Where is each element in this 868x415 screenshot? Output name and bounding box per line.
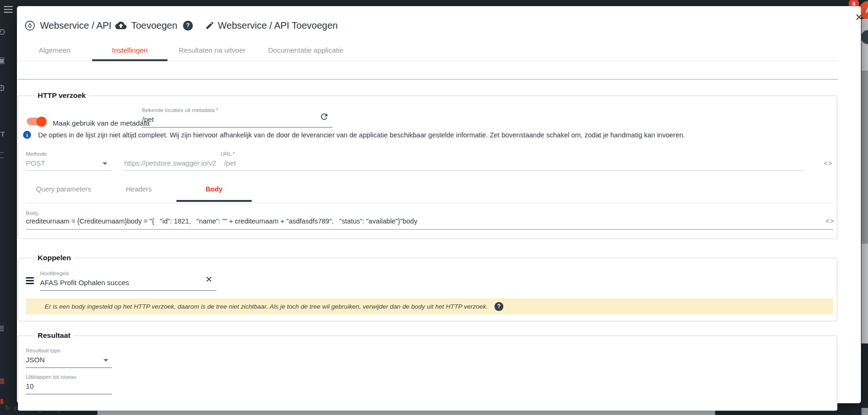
resultaat-type-select[interactable]: Resultaat type JSON	[26, 348, 112, 368]
menu-icon[interactable]	[4, 4, 13, 15]
http-verzoek-section: HTTP verzoek Maak gebruik van de metadat…	[18, 96, 837, 239]
uitklappen-value[interactable]: 10	[26, 383, 112, 394]
uitklappen-field[interactable]: Uitklappen tot niveau 10	[26, 374, 112, 394]
resultaat-type-value[interactable]: JSON	[26, 356, 112, 368]
clear-icon[interactable]: ✕	[203, 274, 215, 285]
resultaat-type-label: Resultaat type	[26, 348, 112, 353]
app-background: ⟲ ▣ ⚙ T ▢ ▤ ▦ ▮ 8 A ↻ run omgevingen Web…	[0, 0, 868, 415]
body-code-icon[interactable]: <>	[826, 217, 834, 225]
run-environments-icon: ↻	[5, 404, 11, 412]
toggle-knob	[37, 117, 47, 127]
url-value: /pet	[224, 160, 236, 167]
dialog-action-group: Toevoegen ?	[115, 19, 193, 32]
known-locations-field[interactable]: Bekende locaties uit metadata * /pet	[142, 107, 333, 128]
scrolled-field-underline	[18, 79, 838, 80]
metadata-toggle-label: Maak gebruik van de metadata	[53, 119, 150, 127]
sidebar-icon-fragment: ⟲	[0, 26, 5, 38]
sidebar-icon-fragment: ▮	[0, 397, 5, 405]
vertical-scrollbar-thumb[interactable]	[861, 71, 868, 244]
sidebar-icon-fragment: T	[0, 130, 6, 138]
edit-icon	[205, 21, 215, 30]
tab-resultaten-na-uitvoer[interactable]: Resultaten na uitvoer	[167, 40, 257, 61]
known-locations-value[interactable]: /pet	[142, 116, 333, 128]
tab-instellingen[interactable]: Instellingen	[92, 40, 167, 61]
cloud-upload-icon	[115, 20, 127, 31]
refresh-icon[interactable]	[319, 112, 329, 123]
avatar-letter: A	[866, 6, 868, 15]
hoofdregels-value[interactable]: AFAS Profit Ophalen succes	[40, 279, 216, 291]
body-value[interactable]: crediteurnaam = {Crediteurnaam}body = "{…	[26, 217, 417, 225]
warning-help-badge[interactable]: ?	[494, 302, 503, 311]
koppelen-section: Koppelen Hoofdregels AFAS Profit Ophalen…	[18, 258, 837, 321]
close-icon[interactable]: ✕	[852, 11, 866, 24]
dialog-subtitle-group: Webservice / API Toevoegen	[205, 19, 338, 32]
dialog-title-group: Webservice / API	[24, 19, 111, 32]
http-verzoek-legend: HTTP verzoek	[34, 91, 89, 100]
dialog-action-label: Toevoegen	[131, 20, 177, 31]
info-icon: i	[23, 131, 31, 139]
known-locations-label: Bekende locaties uit metadata *	[142, 107, 333, 113]
dialog-title: Webservice / API	[40, 20, 111, 31]
sidebar-icon-fragment: ▦	[0, 376, 4, 385]
tab-algemeen[interactable]: Algemeen	[17, 40, 92, 61]
hoofdregels-label: Hoofdregels	[40, 271, 216, 276]
method-label: Methode	[26, 151, 111, 157]
chevron-down-icon	[103, 162, 107, 165]
metadata-info-row: i De opties in de lijst zijn niet altijd…	[23, 131, 685, 139]
resultaat-legend: Resultaat	[34, 331, 74, 340]
sidebar-icon-fragment: ▢	[0, 150, 4, 159]
subtabs-divider	[26, 203, 833, 203]
subtab-body[interactable]: Body	[176, 178, 252, 200]
metadata-info-text: De opties in de lijst zijn niet altijd c…	[38, 131, 685, 139]
webservice-dialog: Webservice / API Toevoegen ? Webservice …	[17, 6, 861, 403]
resultaat-section: Resultaat Resultaat type JSON Uitklappen…	[18, 335, 837, 411]
koppelen-legend: Koppelen	[34, 254, 74, 262]
url-value-row: https://petstore.swagger.io/v2 /pet	[124, 160, 803, 171]
method-select[interactable]: Methode POST	[26, 151, 111, 171]
metadata-toggle[interactable]	[27, 118, 46, 125]
drag-handle-icon[interactable]	[26, 276, 34, 286]
url-prefix: https://petstore.swagger.io/v2	[124, 160, 216, 167]
sidebar-icon-fragment: ▤	[0, 323, 4, 332]
help-badge[interactable]: ?	[183, 21, 193, 31]
subtab-headers[interactable]: Headers	[101, 178, 176, 200]
url-field[interactable]: URL * https://petstore.swagger.io/v2 /pe…	[124, 151, 803, 171]
sidebar-icon-fragment: ▣	[0, 55, 5, 65]
url-label: URL *	[221, 151, 803, 157]
body-underline	[26, 229, 833, 230]
dialog-tabs: Algemeen Instellingen Resultaten na uitv…	[17, 40, 838, 61]
tab-documentatie-applicatie[interactable]: Documentatie applicatie	[257, 40, 355, 61]
tree-warning-text: Er is een body ingesteld op het HTTP ver…	[45, 303, 488, 310]
subtab-query-parameters[interactable]: Query parameters	[26, 178, 101, 200]
method-value: POST	[26, 160, 111, 171]
hoofdregels-field[interactable]: Hoofdregels AFAS Profit Ophalen succes	[40, 271, 216, 291]
sidebar-icon-fragment: ⚙	[0, 82, 4, 94]
url-code-icon[interactable]: <>	[824, 160, 832, 167]
uitklappen-label: Uitklappen tot niveau	[26, 374, 112, 380]
scrollbar-corner	[861, 408, 868, 415]
tree-warning-banner: Er is een body ingesteld op het HTTP ver…	[26, 298, 833, 314]
request-subtabs: Query parameters Headers Body	[26, 178, 833, 200]
webservice-icon	[24, 20, 35, 31]
dialog-subtitle: Webservice / API Toevoegen	[218, 20, 338, 31]
body-label: Body	[26, 210, 38, 216]
chevron-down-icon	[104, 359, 108, 362]
